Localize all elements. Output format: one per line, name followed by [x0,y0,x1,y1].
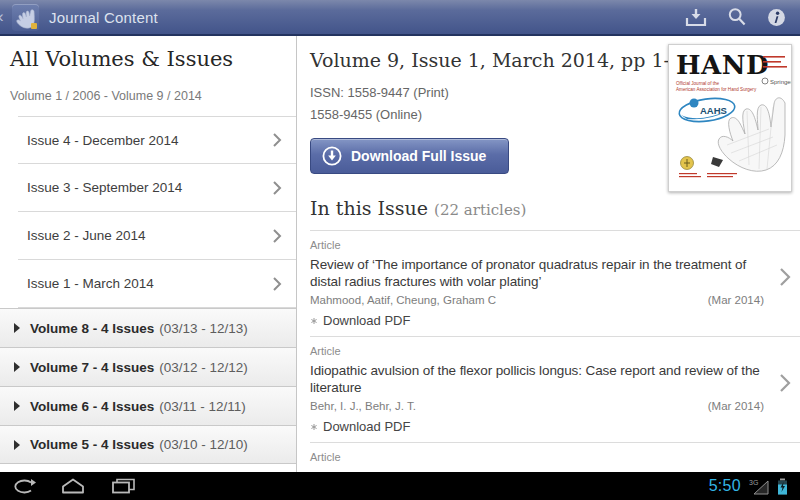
action-bar-actions [685,7,800,27]
download-pdf-label: Download PDF [323,313,410,328]
cover-tagline-1: Official Journal of the [676,81,720,86]
in-this-issue-heading: In this Issue (22 articles) [310,196,800,222]
home-icon[interactable] [60,478,86,494]
journal-cover-thumbnail: HAND Springer Official Journal of the Am… [668,44,792,192]
recent-apps-icon[interactable] [110,478,136,494]
issue-label: Issue 3 - September 2014 [27,180,182,195]
cover-publisher: Springer [770,79,791,85]
volume-label: Volume 5 - 4 Issues [30,437,154,452]
volume-label: Volume 6 - 4 Issues [30,399,154,414]
issue-row-3[interactable]: Issue 3 - September 2014 [18,164,296,212]
chevron-right-icon [272,228,282,244]
article-title[interactable]: Concomitant endoscopic carpal and cubita… [310,468,764,472]
sidebar-subtitle: Volume 1 / 2006 - Volume 9 / 2014 [10,88,296,104]
section-title: In this Issue [310,197,428,219]
app-logo-badge [31,23,37,29]
article-date: (Mar 2014) [708,399,764,413]
volume-range: (03/10 - 12/10) [159,437,248,452]
article-title[interactable]: Review of ‘The importance of pronator qu… [310,256,764,290]
expand-triangle-icon [13,322,21,334]
issue-detail-pane: Volume 9, Issue 1, March 2014, pp 1-129 … [297,36,800,472]
article-row-1[interactable]: Article Review of ‘The importance of pro… [310,230,800,336]
cover-tagline-2: American Association for Hand Surgery [676,87,757,92]
app-logo-icon[interactable] [12,4,39,31]
article-type-label: Article [310,451,764,464]
cover-journal-name: HAND [676,50,769,80]
download-icon[interactable] [685,8,707,27]
status-cluster[interactable]: 5:50 3G [709,477,800,495]
download-pdf-link[interactable]: Download PDF [310,313,764,328]
volumes-sidebar: All Volumes & Issues Volume 1 / 2006 - V… [0,36,297,472]
article-authors: Mahmood, Aatif, Cheung, Graham C [310,293,496,307]
issue-row-2[interactable]: Issue 2 - June 2014 [18,212,296,260]
volume-list: Volume 8 - 4 Issues (03/13 - 12/13) Volu… [0,308,296,464]
article-date: (Mar 2014) [708,293,764,307]
download-pdf-link[interactable]: Download PDF [310,419,764,434]
issue-label: Issue 4 - December 2014 [27,133,179,148]
battery-charging-icon [777,478,788,495]
download-pdf-label: Download PDF [323,419,410,434]
back-caret-icon[interactable]: ‹ [0,0,6,34]
download-circle-icon [322,146,342,166]
article-count: (22 articles) [434,201,526,219]
status-clock: 5:50 [709,477,741,495]
chevron-right-icon [272,180,282,196]
sidebar-title: All Volumes & Issues [10,46,296,72]
app-screen: ‹ Journal Content [0,0,800,500]
article-type-label: Article [310,239,764,252]
issue-row-4[interactable]: Issue 4 - December 2014 [18,116,296,164]
screen-title: Journal Content [49,9,158,26]
article-meta: Behr, I. J., Behr, J. T. (Mar 2014) [310,399,764,413]
expand-triangle-icon [13,361,21,373]
download-full-issue-button[interactable]: Download Full Issue [310,138,509,174]
chevron-right-icon [272,276,282,292]
volume-row-6[interactable]: Volume 6 - 4 Issues (03/11 - 12/11) [0,386,296,425]
expand-triangle-icon [13,439,21,451]
article-title[interactable]: Idiopathic avulsion of the flexor pollic… [310,362,764,396]
pdf-bullet-icon [310,317,318,325]
article-row-2[interactable]: Article Idiopathic avulsion of the flexo… [310,336,800,442]
issue-label: Issue 1 - March 2014 [27,276,154,291]
volume-range: (03/12 - 12/12) [159,360,248,375]
volume-row-5[interactable]: Volume 5 - 4 Issues (03/10 - 12/10) [0,425,296,464]
content-area: All Volumes & Issues Volume 1 / 2006 - V… [0,36,800,472]
nav-buttons [0,478,136,495]
issue-label: Issue 2 - June 2014 [27,228,146,243]
issue-row-1[interactable]: Issue 1 - March 2014 [18,260,296,308]
volume-label: Volume 7 - 4 Issues [30,360,154,375]
action-bar: ‹ Journal Content [0,0,800,36]
journal-cover-art: HAND Springer Official Journal of the Am… [669,45,791,191]
volume-label: Volume 8 - 4 Issues [30,321,154,336]
issue-list: Issue 4 - December 2014 Issue 3 - Septem… [0,116,296,308]
article-meta: Mahmood, Aatif, Cheung, Graham C (Mar 20… [310,293,764,307]
android-system-bar: 5:50 3G [0,472,800,500]
chevron-right-icon [779,267,791,287]
expand-triangle-icon [13,400,21,412]
article-row-3[interactable]: Article Concomitant endoscopic carpal an… [310,442,800,472]
volume-row-7[interactable]: Volume 7 - 4 Issues (03/12 - 12/12) [0,347,296,386]
aahs-text: AAHS [700,105,727,116]
search-icon[interactable] [727,7,747,27]
volume-row-8[interactable]: Volume 8 - 4 Issues (03/13 - 12/13) [0,308,296,347]
article-list: Article Review of ‘The importance of pro… [310,230,800,472]
network-type-label: 3G [749,479,758,486]
info-icon[interactable] [767,8,786,27]
volume-range: (03/11 - 12/11) [159,399,246,414]
volume-range: (03/13 - 12/13) [159,321,248,336]
download-full-issue-label: Download Full Issue [351,148,486,164]
article-type-label: Article [310,345,764,358]
chevron-right-icon [779,373,791,393]
pdf-bullet-icon [310,423,318,431]
back-icon[interactable] [10,478,36,495]
article-authors: Behr, I. J., Behr, J. T. [310,399,416,413]
chevron-right-icon [272,132,282,148]
signal-icon: 3G [748,478,770,495]
